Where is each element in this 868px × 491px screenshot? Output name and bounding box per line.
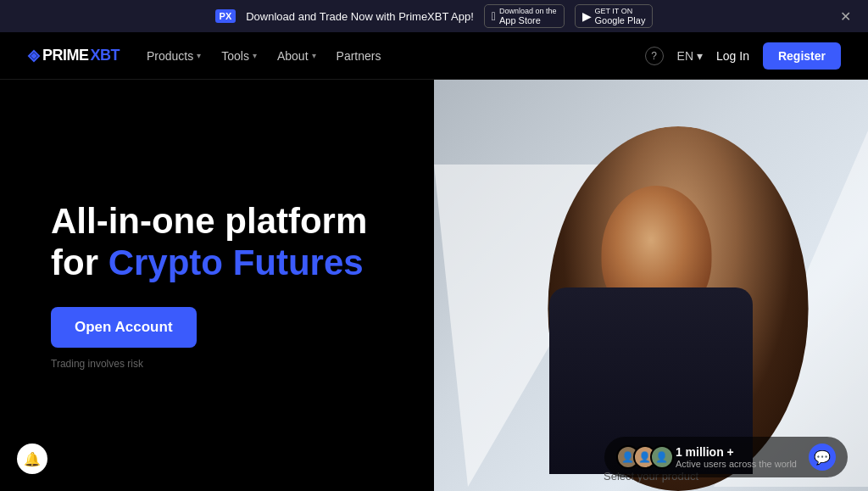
login-button[interactable]: Log In xyxy=(716,49,749,63)
chevron-down-icon: ▾ xyxy=(197,51,201,60)
avatar-stack: 👤 👤 👤 xyxy=(616,445,667,469)
navbar: PRIME XBT Products ▾ Tools ▾ About ▾ Par… xyxy=(0,32,868,80)
nav-about[interactable]: About ▾ xyxy=(277,49,316,63)
logo-prime: PRIME xyxy=(42,47,89,64)
users-badge: 👤 👤 👤 1 million + Active users across th… xyxy=(604,437,848,477)
bell-icon: 🔔 xyxy=(24,451,41,467)
nav-tools[interactable]: Tools ▾ xyxy=(221,49,257,63)
users-text: 1 million + Active users across the worl… xyxy=(676,445,797,469)
avatar: 👤 xyxy=(650,445,674,469)
register-button[interactable]: Register xyxy=(763,42,841,70)
apple-icon:  xyxy=(492,9,496,23)
users-label: Active users across the world xyxy=(676,459,797,469)
open-account-button[interactable]: Open Account xyxy=(51,307,197,348)
google-play-button[interactable]: ▶ GET IT ON Google Play xyxy=(575,4,654,28)
hero-left-panel: All-in-one platform for Crypto Futures O… xyxy=(0,80,434,491)
app-store-button[interactable]:  Download on the App Store xyxy=(484,4,565,28)
hero-right-panel: ⌄⌄ Select your product 👤 👤 👤 1 million +… xyxy=(434,80,868,491)
hero-title: All-in-one platform for Crypto Futures xyxy=(51,201,383,283)
main-content: All-in-one platform for Crypto Futures O… xyxy=(0,80,868,491)
chevron-down-icon: ▾ xyxy=(697,49,703,63)
app-store-label: Download on the App Store xyxy=(499,7,557,25)
nav-products[interactable]: Products ▾ xyxy=(147,49,201,63)
px-logo: PX xyxy=(215,9,236,23)
users-count: 1 million + xyxy=(676,445,797,459)
help-button[interactable]: ? xyxy=(645,47,664,65)
hero-highlight: Crypto Futures xyxy=(108,243,364,282)
nav-partners[interactable]: Partners xyxy=(337,49,381,63)
chevron-down-icon: ▾ xyxy=(312,51,316,60)
language-selector[interactable]: EN ▾ xyxy=(677,49,703,63)
nav-links: Products ▾ Tools ▾ About ▾ Partners xyxy=(147,49,618,63)
logo-xbt: XBT xyxy=(91,47,120,64)
banner-message: Download and Trade Now with PrimeXBT App… xyxy=(246,10,474,23)
nav-right: ? EN ▾ Log In Register xyxy=(645,42,841,70)
top-banner: PX Download and Trade Now with PrimeXBT … xyxy=(0,0,868,32)
chat-icon[interactable]: 💬 xyxy=(809,444,836,471)
logo[interactable]: PRIME XBT xyxy=(27,47,120,64)
logo-icon xyxy=(27,49,41,63)
google-play-label: GET IT ON Google Play xyxy=(595,7,646,25)
banner-close-button[interactable]: ✕ xyxy=(840,8,851,25)
google-play-icon: ▶ xyxy=(582,9,592,23)
risk-disclaimer: Trading involves risk xyxy=(51,358,383,370)
notification-bell-button[interactable]: 🔔 xyxy=(17,444,47,474)
chevron-down-icon: ▾ xyxy=(253,51,257,60)
